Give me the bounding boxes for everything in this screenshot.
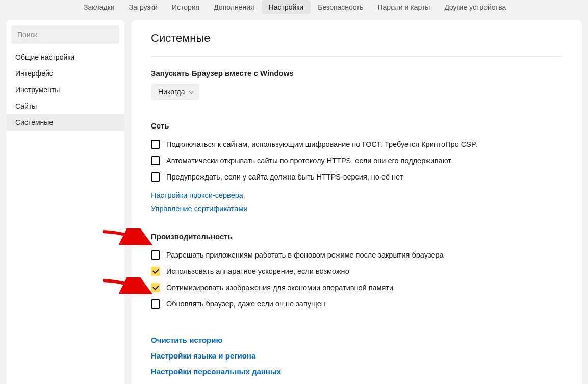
link-language[interactable]: Настройки языка и региона — [151, 351, 563, 360]
link-personal-data[interactable]: Настройки персональных данных — [151, 367, 563, 376]
perf-check-3[interactable]: Обновлять браузер, даже если он не запущ… — [151, 296, 563, 312]
network-check-1[interactable]: Автоматически открывать сайты по протоко… — [151, 152, 563, 169]
footer-links: Очистить историю Настройки языка и регио… — [151, 336, 563, 384]
nav-security[interactable]: Безопасность — [311, 0, 370, 14]
nav-downloads[interactable]: Загрузки — [122, 0, 165, 14]
sidebar-item-tools[interactable]: Инструменты — [6, 82, 124, 98]
launch-heading: Запускать Браузер вместе с Windows — [151, 69, 563, 78]
link-proxy[interactable]: Настройки прокси-сервера — [151, 191, 563, 199]
nav-passwords[interactable]: Пароли и карты — [371, 0, 438, 14]
nav-settings[interactable]: Настройки — [262, 0, 311, 14]
perf-check-0[interactable]: Разрешать приложениям работать в фоновом… — [151, 247, 563, 263]
link-clear-history[interactable]: Очистить историю — [151, 336, 563, 344]
checkbox-gost[interactable] — [151, 140, 160, 149]
sidebar: Общие настройки Интерфейс Инструменты Са… — [6, 20, 124, 384]
sidebar-item-interface[interactable]: Интерфейс — [6, 65, 124, 82]
network-heading: Сеть — [151, 121, 563, 130]
checkbox-label: Обновлять браузер, даже если он не запущ… — [166, 300, 325, 308]
checkbox-label: Автоматически открывать сайты по протоко… — [166, 157, 451, 165]
checkbox-https-auto[interactable] — [151, 156, 160, 165]
sidebar-item-general[interactable]: Общие настройки — [6, 49, 124, 65]
search-input[interactable] — [11, 25, 119, 44]
performance-heading: Производительность — [151, 232, 563, 241]
checkbox-optimize-images[interactable] — [151, 283, 160, 292]
perf-check-2[interactable]: Оптимизировать изображения для экономии … — [151, 279, 563, 296]
nav-history[interactable]: История — [165, 0, 207, 14]
chevron-down-icon — [189, 89, 194, 94]
checkbox-label: Оптимизировать изображения для экономии … — [166, 284, 393, 292]
page-title: Системные — [151, 32, 563, 57]
checkbox-hw-accel[interactable] — [151, 267, 160, 276]
sidebar-item-sites[interactable]: Сайты — [6, 98, 124, 114]
checkbox-https-warn[interactable] — [151, 172, 160, 182]
checkbox-label: Предупреждать, если у сайта должна быть … — [166, 173, 403, 181]
launch-dropdown[interactable]: Никогда — [151, 84, 199, 100]
launch-dropdown-value: Никогда — [158, 88, 185, 96]
checkbox-label: Подключаться к сайтам, использующим шифр… — [166, 140, 477, 148]
nav-bookmarks[interactable]: Закладки — [76, 0, 122, 14]
checkbox-label: Использовать аппаратное ускорение, если … — [166, 267, 349, 275]
sidebar-item-system[interactable]: Системные — [6, 114, 124, 131]
main-panel: Системные Запускать Браузер вместе с Win… — [132, 20, 582, 384]
checkbox-update-closed[interactable] — [151, 299, 160, 309]
perf-check-1[interactable]: Использовать аппаратное ускорение, если … — [151, 263, 563, 279]
network-check-0[interactable]: Подключаться к сайтам, использующим шифр… — [151, 136, 563, 152]
checkbox-background-apps[interactable] — [151, 250, 160, 260]
checkbox-label: Разрешать приложениям работать в фоновом… — [166, 251, 444, 259]
link-certificates[interactable]: Управление сертификатами — [151, 204, 563, 213]
nav-devices[interactable]: Другие устройства — [437, 0, 513, 14]
top-nav: Закладки Загрузки История Дополнения Нас… — [0, 0, 588, 20]
nav-addons[interactable]: Дополнения — [207, 0, 261, 14]
network-check-2[interactable]: Предупреждать, если у сайта должна быть … — [151, 169, 563, 185]
